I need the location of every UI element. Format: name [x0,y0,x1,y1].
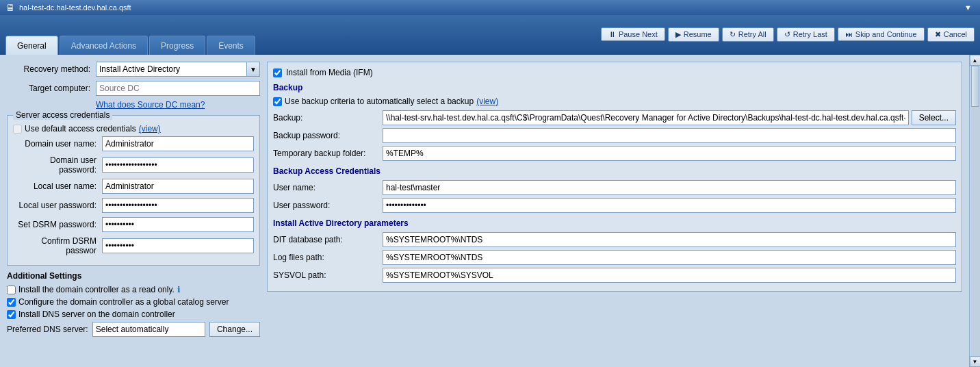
pause-icon: ⏸ [608,30,616,38]
install-dns-row: Install DNS server on the domain control… [7,309,260,319]
user-name-row: User name: [273,180,956,195]
log-files-row: Log files path: [273,250,956,265]
ifm-group: Install from Media (IFM) Backup Use back… [267,62,962,292]
backup-access-section-title: Backup Access Credentials [273,166,956,176]
view-credentials-link[interactable]: (view) [139,124,161,134]
domain-user-name-input[interactable] [102,136,254,151]
ifm-header: Install from Media (IFM) [273,68,956,77]
backup-label: Backup: [273,113,383,123]
recovery-method-input[interactable] [96,62,246,77]
right-panel: Install from Media (IFM) Backup Use back… [267,62,962,360]
left-panel: Recovery method: ▼ Target computer: What… [7,62,260,360]
server-access-content: Use default access credentials (view) Do… [13,124,254,255]
scroll-down-button[interactable]: ▼ [970,356,981,367]
log-files-label: Log files path: [273,253,383,262]
user-password-input[interactable] [383,198,956,213]
dit-path-input[interactable] [383,232,956,247]
select-backup-button[interactable]: Select... [912,110,956,125]
tabs-container: General Advanced Actions Progress Events [0,18,257,55]
toolbar: ⏸ Pause Next ▶ Resume ↻ Retry All ↺ Retr… [257,18,980,55]
temp-backup-folder-input[interactable] [383,146,956,161]
retry-last-button[interactable]: ↺ Retry Last [777,27,835,42]
additional-settings-title: Additional Settings [7,271,260,281]
change-button[interactable]: Change... [209,322,260,337]
content-area: Recovery method: ▼ Target computer: What… [0,55,969,367]
preferred-dns-label: Preferred DNS server: [7,325,88,334]
window-title: hal-test-dc.hal-test.dev.hal.ca.qsft [19,3,962,12]
retry-all-icon: ↻ [730,30,736,39]
tab-progress[interactable]: Progress [149,36,205,55]
backup-password-row: Backup password: [273,128,956,143]
retry-last-icon: ↺ [784,30,790,39]
target-computer-input[interactable] [96,81,260,96]
backup-password-input[interactable] [383,128,956,143]
use-default-credentials-checkbox[interactable] [13,125,22,134]
source-dc-link[interactable]: What does Source DC mean? [96,100,205,110]
set-dsrm-label: Set DSRM password: [13,220,102,229]
install-dns-label: Install DNS server on the domain control… [18,309,175,319]
use-backup-criteria-checkbox[interactable] [273,97,282,106]
app-icon: 🖥 [5,2,15,13]
scroll-thumb[interactable] [971,66,979,107]
install-readonly-row: Install the domain controller as a read … [7,285,260,294]
backup-row: Backup: Select... [273,110,956,125]
configure-global-catalog-checkbox[interactable] [7,298,16,307]
scrollbar: ▲ ▼ [969,55,980,367]
sysvol-label: SYSVOL path: [273,270,383,280]
local-user-password-input[interactable] [102,198,254,213]
title-bar: 🖥 hal-test-dc.hal-test.dev.hal.ca.qsft ▼ [0,0,980,15]
dropdown-arrow-icon[interactable]: ▼ [246,62,260,77]
temp-backup-folder-row: Temporary backup folder: [273,146,956,161]
user-password-row: User password: [273,198,956,213]
set-dsrm-input[interactable] [102,217,254,232]
preferred-dns-row: Preferred DNS server: Change... [7,322,260,337]
dit-path-label: DIT database path: [273,235,383,244]
user-name-input[interactable] [383,180,956,195]
minimize-button[interactable]: ▼ [962,3,975,12]
dit-path-row: DIT database path: [273,232,956,247]
install-dns-checkbox[interactable] [7,310,16,319]
use-default-credentials-row: Use default access credentials (view) [13,124,254,134]
target-computer-label: Target computer: [7,84,96,93]
retry-all-button[interactable]: ↻ Retry All [722,27,774,42]
ifm-checkbox[interactable] [273,68,282,77]
backup-input-wrap: Select... [383,110,956,125]
confirm-dsrm-input[interactable] [102,238,254,253]
confirm-dsrm-label: Confirm DSRM passwor [13,236,102,255]
tab-events[interactable]: Events [207,36,255,55]
domain-user-name-row: Domain user name: [13,136,254,151]
recovery-method-dropdown[interactable]: ▼ [96,62,260,77]
cancel-button[interactable]: ✖ Cancel [927,27,975,42]
pause-next-button[interactable]: ⏸ Pause Next [601,27,665,41]
domain-user-password-input[interactable] [102,157,254,173]
backup-criteria-row: Use backup criteria to automatically sel… [273,97,956,106]
scroll-up-button[interactable]: ▲ [970,55,981,66]
resume-button[interactable]: ▶ Resume [668,27,719,42]
user-name-label: User name: [273,183,383,192]
log-files-input[interactable] [383,250,956,265]
use-backup-criteria-label: Use backup criteria to automatically sel… [285,97,474,106]
temp-backup-folder-label: Temporary backup folder: [273,149,383,158]
ifm-label: Install from Media (IFM) [286,68,373,77]
cancel-icon: ✖ [935,30,941,39]
skip-continue-button[interactable]: ⏭ Skip and Continue [838,27,925,41]
domain-user-password-row: Domain user password: [13,155,254,175]
user-password-label: User password: [273,201,383,210]
backup-password-label: Backup password: [273,131,383,140]
backup-input[interactable] [383,110,909,125]
tab-general[interactable]: General [5,36,58,55]
install-readonly-checkbox[interactable] [7,286,16,294]
confirm-dsrm-row: Confirm DSRM passwor [13,236,254,255]
main-content: Recovery method: ▼ Target computer: What… [0,55,980,367]
sysvol-input[interactable] [383,268,956,283]
install-readonly-label: Install the domain controller as a read … [18,285,175,294]
help-icon[interactable]: ℹ [177,285,181,294]
local-user-name-label: Local user name: [13,181,102,191]
tab-advanced-actions[interactable]: Advanced Actions [60,36,148,55]
view-backup-link[interactable]: (view) [476,97,498,106]
target-computer-row: Target computer: [7,81,260,96]
recovery-method-label: Recovery method: [7,64,96,74]
preferred-dns-input[interactable] [92,322,205,337]
local-user-name-input[interactable] [102,179,254,194]
local-user-name-row: Local user name: [13,179,254,194]
